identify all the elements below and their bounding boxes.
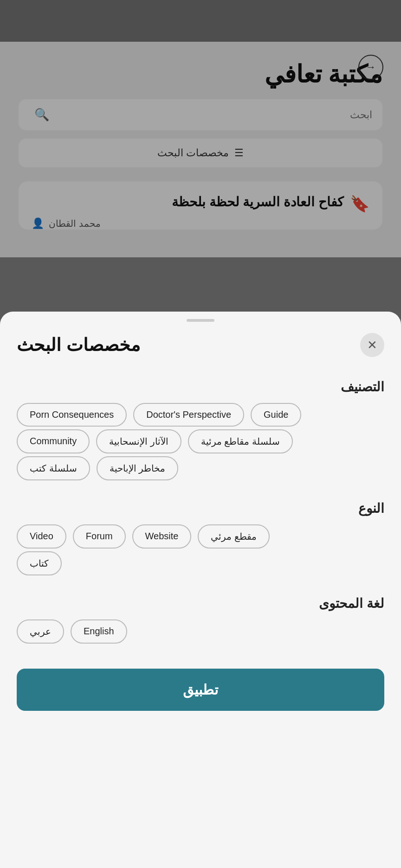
classification-tags-row2: سلسلة مقاطع مرئية الآثار الإنسحابية Comm… (17, 429, 384, 453)
classification-tags-row1: Guide Doctor's Perspective Porn Conseque… (17, 403, 384, 427)
tag-arabic[interactable]: عربي (17, 619, 64, 644)
tag-book[interactable]: كتاب (17, 551, 62, 575)
tag-video[interactable]: Video (17, 524, 66, 549)
tag-doctors-perspective[interactable]: Doctor's Perspective (133, 403, 244, 427)
classification-section: التصنيف Guide Doctor's Perspective Porn … (0, 362, 401, 480)
tag-porn-risks[interactable]: مخاطر الإباحية (97, 456, 179, 480)
type-tags-row1: مقطع مرئي Website Forum Video (17, 524, 384, 549)
language-label: لغة المحتوى (17, 596, 384, 611)
tag-video-clip[interactable]: مقطع مرئي (198, 524, 270, 549)
tag-guide[interactable]: Guide (251, 403, 301, 427)
language-tags-row: English عربي (17, 619, 384, 644)
sheet-header: ✕ مخصصات البحث (0, 322, 401, 362)
classification-tags-row3: مخاطر الإباحية سلسلة كتب (17, 456, 384, 480)
sheet-title: مخصصات البحث (17, 335, 140, 355)
tag-forum[interactable]: Forum (73, 524, 126, 549)
apply-btn-container: تطبيق (0, 657, 401, 720)
classification-label: التصنيف (17, 379, 384, 395)
tag-video-series[interactable]: سلسلة مقاطع مرئية (188, 429, 293, 453)
tag-community[interactable]: Community (17, 429, 90, 453)
type-label: النوع (17, 501, 384, 516)
language-section: لغة المحتوى English عربي (0, 578, 401, 644)
type-tags-row2: كتاب (17, 551, 384, 575)
tag-website[interactable]: Website (132, 524, 192, 549)
apply-button[interactable]: تطبيق (17, 669, 384, 711)
type-section: النوع مقطع مرئي Website Forum Video كتاب (0, 483, 401, 575)
close-button[interactable]: ✕ (360, 333, 384, 357)
close-icon: ✕ (367, 338, 377, 352)
tag-english[interactable]: English (71, 619, 127, 644)
tag-ripple-effects[interactable]: الآثار الإنسحابية (96, 429, 181, 453)
bottom-sheet: ✕ مخصصات البحث التصنيف Guide Doctor's Pe… (0, 312, 401, 868)
tag-porn-consequences[interactable]: Porn Consequences (17, 403, 127, 427)
tag-book-series[interactable]: سلسلة كتب (17, 456, 90, 480)
